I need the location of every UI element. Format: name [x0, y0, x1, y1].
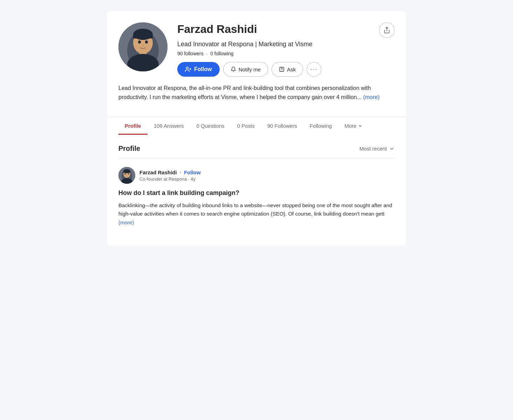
sort-button[interactable]: Most recent	[360, 146, 395, 152]
svg-point-20	[125, 174, 126, 175]
bio-section: Lead Innovator at Respona, the all-in-on…	[118, 84, 395, 108]
avatar-wrapper	[118, 22, 167, 71]
ask-button[interactable]: Ask	[272, 62, 303, 77]
nav-tabs: Profile 109 Answers 0 Questions 0 Posts …	[118, 117, 395, 135]
avatar	[118, 22, 167, 71]
question-icon	[279, 66, 285, 72]
share-icon	[383, 27, 390, 34]
post-body: Backlinking—the activity of building inb…	[118, 201, 395, 227]
follow-button[interactable]: Follow	[177, 62, 220, 77]
post-follow-link[interactable]: Follow	[184, 169, 201, 175]
svg-point-6	[145, 41, 148, 44]
profile-name-row: Farzad Rashidi	[177, 22, 395, 38]
svg-point-5	[138, 41, 141, 44]
profile-info: Farzad Rashidi Lead Innovator at Respona…	[177, 22, 395, 77]
more-options-button[interactable]: ···	[307, 62, 321, 77]
bio-text: Lead Innovator at Respona, the all-in-on…	[118, 85, 371, 100]
nav-tabs-wrapper: Profile 109 Answers 0 Questions 0 Posts …	[107, 117, 406, 135]
following-count: 0 following	[210, 51, 233, 56]
profile-stats: 90 followers · 0 following	[177, 51, 395, 56]
bio-more-link[interactable]: (more)	[363, 94, 379, 100]
post-body-text: Backlinking—the activity of building inb…	[118, 202, 392, 217]
followers-count: 90 followers	[177, 51, 204, 56]
content-header: Profile Most recent	[118, 145, 395, 153]
tab-posts[interactable]: 0 Posts	[231, 117, 261, 135]
follow-person-icon	[185, 66, 191, 72]
share-button[interactable]	[379, 22, 395, 38]
tab-followers[interactable]: 90 Followers	[261, 117, 303, 135]
svg-rect-19	[123, 171, 130, 173]
post-author-name-row: Farzad Rashidi · Follow	[139, 169, 201, 176]
follow-label: Follow	[194, 66, 212, 72]
post-question[interactable]: How do I start a link building campaign?	[118, 189, 395, 197]
post-author-info: Farzad Rashidi · Follow Co-founder at Re…	[139, 169, 201, 182]
tab-questions[interactable]: 0 Questions	[190, 117, 231, 135]
profile-top: Farzad Rashidi Lead Innovator at Respona…	[118, 22, 395, 77]
post-author-name[interactable]: Farzad Rashidi	[139, 169, 177, 175]
notify-label: Notify me	[239, 66, 261, 72]
post-author-meta: Co-founder at Respona · 4y	[139, 176, 201, 182]
tab-following[interactable]: Following	[303, 117, 338, 135]
svg-point-10	[186, 67, 188, 69]
post-avatar	[118, 167, 135, 184]
svg-point-21	[128, 174, 129, 175]
tab-more[interactable]: More	[338, 117, 369, 135]
profile-actions: Follow Notify me	[177, 62, 395, 77]
sort-chevron-icon	[389, 146, 395, 152]
dot-separator: ·	[180, 169, 181, 176]
content-area: Profile Most recent	[107, 135, 406, 245]
profile-header: Farzad Rashidi Lead Innovator at Respona…	[107, 11, 406, 117]
post-card: Farzad Rashidi · Follow Co-founder at Re…	[118, 159, 395, 235]
post-author-row: Farzad Rashidi · Follow Co-founder at Re…	[118, 167, 395, 184]
profile-name: Farzad Rashidi	[177, 22, 257, 36]
bell-icon	[231, 66, 236, 72]
profile-tagline: Lead Innovator at Respona | Marketing at…	[177, 40, 395, 49]
tab-profile[interactable]: Profile	[118, 117, 148, 135]
svg-rect-4	[133, 34, 153, 38]
more-dots: ···	[310, 66, 318, 73]
sort-label: Most recent	[360, 146, 387, 152]
notify-button[interactable]: Notify me	[223, 62, 268, 77]
ask-label: Ask	[287, 66, 296, 72]
tab-answers[interactable]: 109 Answers	[148, 117, 190, 135]
page-wrapper: Farzad Rashidi Lead Innovator at Respona…	[99, 0, 414, 257]
post-body-more-link[interactable]: (more)	[118, 219, 134, 225]
chevron-down-icon	[358, 124, 363, 128]
section-title: Profile	[118, 145, 140, 153]
